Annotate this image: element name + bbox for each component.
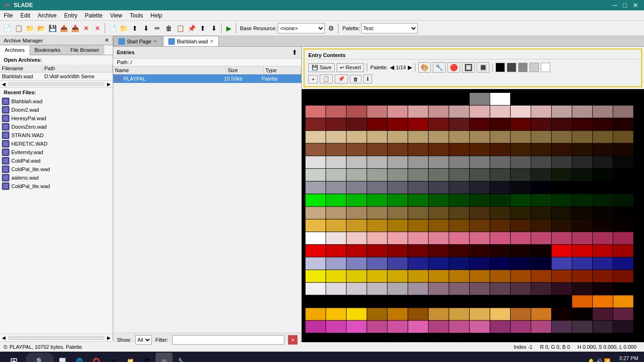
recent-scroll-left[interactable]: ◀ <box>1 335 7 340</box>
scroll-right[interactable]: ▶ <box>106 82 112 87</box>
close-all-btn[interactable]: ✕ <box>92 23 103 33</box>
save-as-button[interactable]: 📤 <box>58 23 69 33</box>
recent-file-item[interactable]: STRAIN.WAD <box>0 131 113 140</box>
tab-close[interactable]: ✕ <box>210 39 214 44</box>
recent-file-item[interactable]: Doom2.wad <box>0 106 113 114</box>
tab-blahblahwad[interactable]: Blahblah.wad✕ <box>163 36 219 46</box>
new-button[interactable]: 📄 <box>2 23 12 33</box>
archives-row[interactable]: Blahblah.wad D:\Atif work\8th Seme <box>0 73 113 80</box>
ec-add-btn[interactable]: + <box>308 75 318 83</box>
new-wad-button[interactable]: 📋 <box>13 23 24 33</box>
palette-prev-btn[interactable]: ◀ <box>390 64 394 71</box>
palette-canvas[interactable] <box>304 91 642 340</box>
entry-paste-btn[interactable]: 📌 <box>186 23 197 33</box>
menu-archive[interactable]: Archive <box>34 11 60 20</box>
taskbar-slade[interactable]: 🎮 <box>156 353 173 362</box>
entry-dir-btn[interactable]: 📁 <box>118 23 129 33</box>
recent-file-item[interactable]: ColdPal_lite.wad <box>0 182 113 190</box>
ec-view5[interactable] <box>541 63 550 72</box>
menu-tools[interactable]: Tools <box>126 11 147 20</box>
left-tab-bookmarks[interactable]: Bookmarks <box>30 45 66 55</box>
taskbar-search[interactable]: 🔍 <box>25 353 54 362</box>
recent-file-item[interactable]: ColdPal_lite.wad <box>0 165 113 173</box>
entry-col-size[interactable]: Size <box>226 66 264 74</box>
scroll-track[interactable] <box>8 82 104 86</box>
ec-tool5[interactable]: 🔳 <box>477 62 489 73</box>
recent-file-item[interactable]: HeresyPal.wad <box>0 114 113 123</box>
taskbar-extra[interactable]: 🔧 <box>173 353 190 362</box>
recent-file-item[interactable]: Blahblah.wad <box>0 97 113 106</box>
run-btn[interactable]: ▶ <box>223 23 234 33</box>
ec-clear-btn[interactable]: 🗑 <box>350 75 362 83</box>
base-resource-settings[interactable]: ⚙ <box>326 23 336 33</box>
entries-expand-btn[interactable]: ⬆ <box>292 49 297 56</box>
entry-show-bar: Show: All Filter: ✕ <box>113 333 301 342</box>
open-dir-button[interactable]: 📂 <box>36 23 46 33</box>
palette-select[interactable]: Test: <box>361 23 418 33</box>
menu-file[interactable]: File <box>0 11 17 20</box>
recent-file-item[interactable]: Eviternity.wad <box>0 148 113 156</box>
maximize-button[interactable]: □ <box>621 1 629 9</box>
ec-tool1[interactable]: 🎨 <box>418 62 431 73</box>
menu-palette[interactable]: Palette <box>81 11 106 20</box>
entry-export-btn[interactable]: ⬇ <box>141 23 151 33</box>
ec-view2[interactable] <box>507 63 516 72</box>
recent-file-item[interactable]: DoomZero.wad <box>0 123 113 131</box>
close-button[interactable]: ✕ <box>631 1 640 9</box>
open-button[interactable]: 📁 <box>25 23 35 33</box>
entry-rename-btn[interactable]: ✏ <box>152 23 163 33</box>
scroll-left[interactable]: ◀ <box>1 82 7 87</box>
recent-file-item[interactable]: HERETIC.WAD <box>0 140 113 148</box>
menu-help[interactable]: Help <box>147 11 166 20</box>
ec-paste-btn[interactable]: 📌 <box>335 74 348 83</box>
archive-manager-close[interactable]: ✕ <box>105 37 109 43</box>
recent-file-name: Blahblah.wad <box>11 99 42 104</box>
save-all-button[interactable]: 📥 <box>70 23 80 33</box>
start-button[interactable]: ⊞ <box>2 353 25 362</box>
taskbar-explorer[interactable]: 📁 <box>122 353 139 362</box>
entry-delete-btn[interactable]: 🗑 <box>164 23 174 33</box>
ec-view3[interactable] <box>518 63 528 72</box>
entry-col-name[interactable]: Name <box>113 66 226 74</box>
ec-view4[interactable] <box>529 63 539 72</box>
ec-copy-btn[interactable]: 📋 <box>320 74 333 83</box>
menu-entry[interactable]: Entry <box>60 11 81 20</box>
ec-revert-btn[interactable]: ↩ Revert <box>337 63 364 72</box>
left-tab-archives[interactable]: Archives <box>0 45 30 55</box>
taskbar-photos[interactable]: 🖼 <box>139 353 156 362</box>
base-resource-select[interactable]: <none> <box>278 23 325 33</box>
entry-new-btn[interactable]: 📄 <box>107 23 117 33</box>
left-tab-file-browser[interactable]: File Browser <box>66 45 104 55</box>
close-btn[interactable]: ✕ <box>81 23 91 33</box>
save-button[interactable]: 💾 <box>47 23 58 33</box>
ec-tool4[interactable]: 🔲 <box>462 62 475 73</box>
filter-input[interactable] <box>172 335 284 345</box>
ec-tool3[interactable]: 🔴 <box>447 62 460 73</box>
recent-file-item[interactable]: ColdPal.wad <box>0 156 113 165</box>
filter-clear-button[interactable]: ✕ <box>288 335 297 345</box>
menu-edit[interactable]: Edit <box>17 11 34 20</box>
menu-view[interactable]: View <box>106 11 126 20</box>
ec-tool2[interactable]: 🔧 <box>433 62 446 73</box>
entry-row-playpal[interactable]: PLAYPAL 10.50kb Palette <box>113 74 301 83</box>
minimize-button[interactable]: ─ <box>611 1 619 9</box>
entry-movedown-btn[interactable]: ⬇ <box>209 23 219 33</box>
tab-close[interactable]: ✕ <box>153 39 157 44</box>
taskbar-edge[interactable]: 🌐 <box>71 353 88 362</box>
entry-col-type[interactable]: Type <box>264 66 301 74</box>
recent-file-item[interactable]: aaliens.wad <box>0 173 113 182</box>
ec-save-btn[interactable]: 💾 Save <box>308 63 335 72</box>
ec-info-btn[interactable]: ℹ <box>363 74 372 83</box>
entry-copy-btn[interactable]: 📋 <box>175 23 185 33</box>
tab-start-page[interactable]: Start Page✕ <box>113 36 162 46</box>
palette-next-btn[interactable]: ▶ <box>408 64 412 71</box>
taskbar-mail[interactable]: ✉ <box>105 353 122 362</box>
entry-moveup-btn[interactable]: ⬆ <box>198 23 208 33</box>
recent-scroll-track[interactable] <box>8 336 104 340</box>
show-select[interactable]: All <box>135 335 152 345</box>
taskbar-chrome[interactable]: ⭕ <box>88 353 105 362</box>
ec-view1[interactable] <box>495 63 505 72</box>
recent-scroll-right[interactable]: ▶ <box>106 335 112 340</box>
taskbar-taskview[interactable]: ⬜ <box>54 353 71 362</box>
entry-import-btn[interactable]: ⬆ <box>130 23 140 33</box>
